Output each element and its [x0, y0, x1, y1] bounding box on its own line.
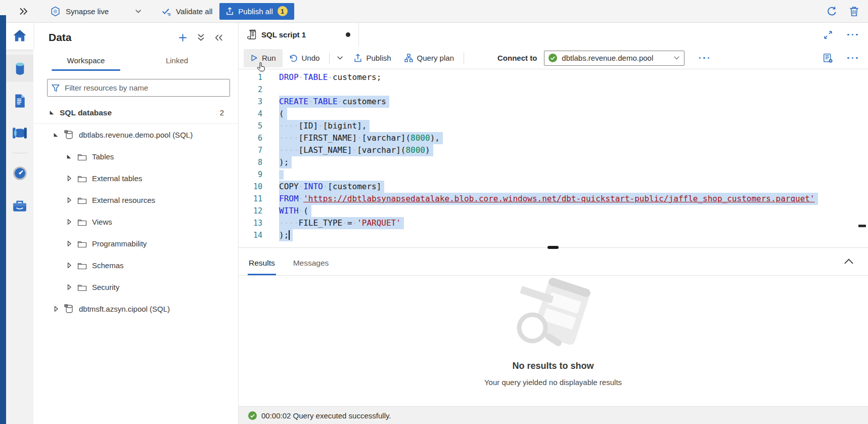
tab-workspace[interactable]: Workspace: [45, 50, 126, 71]
tree-item-dbtmsft-azsyn-cipool-sql[interactable]: dbtmsft.azsyn.cipool (SQL): [33, 298, 238, 320]
tree-item-label: dbtlabs.revenue.demo.pool (SQL): [79, 131, 193, 139]
publish-icon: [354, 54, 362, 62]
tree-item-dbtlabs-revenue-demo-pool-sql[interactable]: dbtlabs.revenue.demo.pool (SQL): [33, 124, 238, 146]
line-number: 14: [238, 229, 262, 241]
tree-item-label: Tables: [92, 152, 114, 161]
caret-collapsed-icon[interactable]: [66, 197, 72, 203]
tree-item-tables[interactable]: Tables: [33, 146, 238, 167]
code-line-11: 11FROM·'https://dbtlabsynapsedatalake.bl…: [238, 193, 868, 205]
collapse-panel-icon[interactable]: [215, 34, 223, 41]
toolbar-more-actions-icon[interactable]: [846, 57, 859, 59]
refresh-icon[interactable]: [827, 6, 837, 17]
undo-icon: [289, 54, 298, 62]
caret-expanded-icon[interactable]: [49, 110, 55, 115]
tab-results[interactable]: Results: [244, 251, 280, 275]
home-icon: [13, 29, 27, 43]
tab-workspace-label: Workspace: [67, 56, 105, 65]
selection-highlight: CREATE·TABLE·customers: [279, 96, 389, 108]
toolbar-divider: [329, 53, 330, 64]
splitter-handle[interactable]: [547, 246, 559, 249]
caret-expanded-icon[interactable]: [53, 132, 59, 138]
tree-item-external-tables[interactable]: External tables: [33, 167, 238, 189]
integrate-icon: [12, 127, 28, 139]
tree-item-external-resources[interactable]: External resources: [33, 189, 238, 211]
collapse-results-chevron-icon[interactable]: [844, 258, 854, 265]
discard-trash-icon[interactable]: [849, 6, 859, 17]
publish-all-button[interactable]: Publish all 1: [219, 3, 294, 20]
line-number: 7: [238, 144, 262, 156]
tab-sql-script-1[interactable]: SQL script 1: [238, 22, 359, 47]
caret-collapsed-icon[interactable]: [66, 219, 72, 225]
rail-item-develop[interactable]: [6, 87, 33, 114]
caret-collapsed-icon[interactable]: [66, 240, 72, 247]
query-plan-button[interactable]: Query plan: [398, 49, 461, 67]
rail-item-home[interactable]: [6, 22, 33, 50]
validate-all-button[interactable]: Validate all: [162, 7, 212, 16]
selection-highlight: ····[ID]·[bigint],: [279, 120, 370, 132]
tree-item-schemas[interactable]: Schemas: [33, 255, 238, 276]
caret-collapsed-icon[interactable]: [66, 175, 72, 182]
query-plan-icon: [404, 54, 413, 62]
rail-item-integrate[interactable]: [6, 119, 33, 147]
results-panel: Results Messages: [238, 251, 868, 406]
collapse-all-icon[interactable]: [197, 33, 205, 41]
tree-item-security[interactable]: Security: [33, 276, 238, 298]
pool-name: dbtlabs.revenue.demo.pool: [562, 54, 653, 62]
run-button[interactable]: Run: [244, 49, 283, 67]
publish-button[interactable]: Publish: [347, 49, 397, 67]
tab-messages[interactable]: Messages: [288, 251, 334, 275]
text-cursor: [289, 230, 290, 240]
double-chevron-right-icon[interactable]: [19, 8, 28, 15]
code-line-10: 10COPY·INTO·[customers]: [238, 181, 868, 193]
tree-item-label: External tables: [92, 174, 142, 183]
pool-select-dropdown[interactable]: dbtlabs.revenue.demo.pool: [544, 51, 684, 66]
caret-collapsed-icon[interactable]: [53, 306, 59, 312]
tree-item-label: External resources: [92, 196, 155, 204]
tree-item-views[interactable]: Views: [33, 211, 238, 233]
editor-toolbar: Run Undo Publish: [238, 47, 868, 69]
unsaved-changes-dot-icon: [346, 32, 350, 37]
add-resource-icon[interactable]: [178, 33, 187, 42]
develop-icon: [13, 94, 26, 108]
properties-icon[interactable]: [823, 53, 833, 63]
caret-collapsed-icon[interactable]: [66, 284, 72, 290]
code-line-2: 2: [238, 83, 868, 96]
rail-item-monitor[interactable]: [6, 159, 33, 187]
resource-tree: SQL database2dbtlabs.revenue.demo.pool (…: [33, 102, 238, 320]
environment-selector[interactable]: Synapse live: [50, 6, 142, 17]
data-icon: [13, 61, 27, 76]
rail-item-data[interactable]: [6, 55, 33, 82]
sql-code-editor[interactable]: 1DROP·TABLE·customers;23CREATE·TABLE·cus…: [238, 70, 868, 247]
caret-expanded-icon[interactable]: [66, 154, 72, 159]
folder-icon: [77, 283, 87, 291]
toolbar-divider: [464, 53, 464, 64]
filter-input[interactable]: [64, 83, 225, 93]
empty-title: No results to show: [238, 361, 868, 371]
tree-item-label: Programmability: [92, 239, 147, 248]
undo-button[interactable]: Undo: [283, 49, 327, 67]
status-message: 00:00:02 Query executed successfully.: [261, 411, 391, 420]
line-number: 11: [238, 193, 262, 205]
folder-icon: [77, 175, 87, 183]
tab-more-actions-icon[interactable]: [846, 34, 859, 36]
tab-linked[interactable]: Linked: [136, 50, 217, 71]
selection-highlight: (: [279, 108, 287, 120]
publish-all-label: Publish all: [238, 7, 272, 16]
selection-highlight: COPY·INTO·[customers]: [279, 181, 384, 193]
selection-highlight: );: [279, 229, 293, 241]
line-number: 3: [238, 96, 262, 108]
run-options-chevron-icon[interactable]: [333, 56, 347, 60]
tab-linked-label: Linked: [166, 56, 188, 65]
connect-more-actions-icon[interactable]: [698, 57, 711, 59]
tree-item-programmability[interactable]: Programmability: [33, 233, 238, 255]
rail-item-manage[interactable]: [6, 192, 33, 219]
caret-collapsed-icon[interactable]: [66, 262, 72, 269]
expand-editor-icon[interactable]: [824, 31, 832, 39]
results-splitter[interactable]: [238, 247, 868, 248]
folder-icon: [77, 262, 87, 270]
selection-highlight: ····[FIRST_NAME]·[varchar](8000),: [279, 132, 443, 144]
tree-item-sql-database[interactable]: SQL database2: [33, 102, 238, 124]
code-line-1: 1DROP·TABLE·customers;: [238, 71, 868, 83]
editor-tab-title: SQL script 1: [261, 30, 306, 39]
rail: [6, 22, 33, 424]
